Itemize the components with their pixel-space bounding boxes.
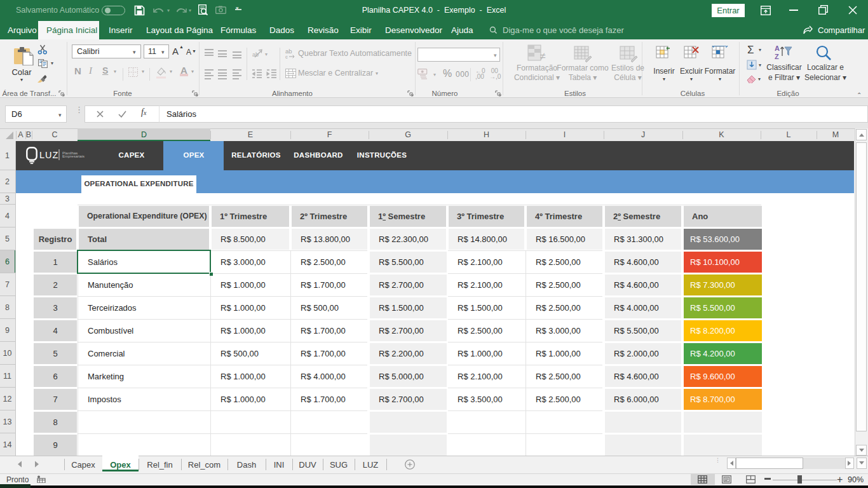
svg-text:ab: ab: [252, 51, 259, 58]
svg-text:A: A: [775, 44, 780, 52]
svg-text:≠: ≠: [540, 51, 546, 62]
svg-text:c: c: [285, 54, 288, 58]
svg-text:Z: Z: [775, 53, 779, 60]
